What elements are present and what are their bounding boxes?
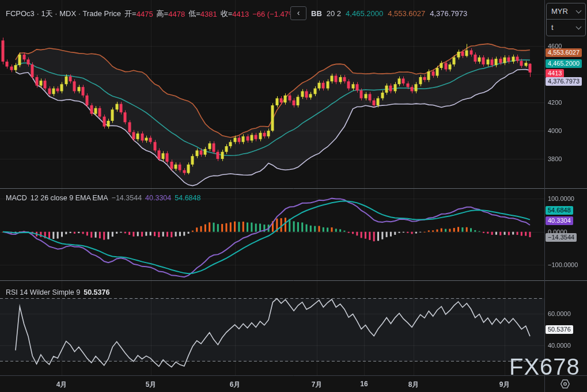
unit-select[interactable]: t bbox=[547, 19, 585, 35]
collapse-legend-button[interactable]: ‹ bbox=[290, 6, 306, 20]
rsi-legend[interactable]: RSI 14 Wilder Simple 9 50.5376 bbox=[6, 288, 109, 296]
high-value: 4478 bbox=[168, 10, 185, 18]
bb-basis-value: 4,465.2000 bbox=[346, 9, 383, 18]
bb-upper-axis-badge: 4,553.6027 bbox=[546, 48, 582, 57]
macd-params: 12 26 close 9 EMA EMA bbox=[31, 194, 108, 202]
time-tick-label: 8月 bbox=[408, 380, 419, 390]
time-tick-label: 9月 bbox=[499, 380, 510, 390]
open-value: 4475 bbox=[137, 10, 153, 18]
low-label: 低= bbox=[188, 9, 200, 19]
close-label: 收= bbox=[221, 9, 233, 19]
macd-line-axis-badge: 40.3304 bbox=[546, 216, 573, 225]
currency-select[interactable]: MYR bbox=[547, 3, 585, 19]
macd-title: MACD bbox=[6, 194, 27, 202]
axis-tick-label: 100.0000 bbox=[548, 195, 574, 202]
macd-signal-axis-badge: 54.6848 bbox=[546, 206, 573, 215]
axis-tick-label: 4000 bbox=[548, 127, 562, 134]
axis-unit-toolbar: MYR t bbox=[546, 3, 586, 36]
macd-signal-value: 54.6848 bbox=[175, 194, 200, 202]
bb-lower-value: 4,376.7973 bbox=[430, 9, 467, 18]
chevron-down-icon bbox=[576, 7, 582, 13]
macd-legend[interactable]: MACD 12 26 close 9 EMA EMA −14.3544 40.3… bbox=[6, 194, 200, 202]
bb-lower-axis-badge: 4,376.7973 bbox=[546, 77, 582, 86]
unit-label: t bbox=[551, 23, 554, 32]
axis-tick-label: 3800 bbox=[548, 155, 562, 162]
axis-tick-label: −100.0000 bbox=[548, 261, 578, 268]
watermark: FX678 bbox=[509, 354, 580, 380]
scale-settings-icon[interactable] bbox=[560, 379, 570, 391]
bb-legend[interactable]: ‹ BB 20 2 4,465.2000 4,553.6027 4,376.79… bbox=[290, 6, 467, 20]
time-tick-label: 16 bbox=[360, 380, 368, 388]
time-tick-label: 5月 bbox=[146, 380, 157, 390]
close-value: 4413 bbox=[232, 10, 249, 18]
axis-tick-label: 40.0000 bbox=[548, 342, 571, 349]
currency-label: MYR bbox=[551, 7, 568, 16]
rsi-title: RSI 14 Wilder Simple 9 bbox=[6, 288, 80, 296]
high-label: 高= bbox=[157, 9, 169, 19]
macd-hist-value: −14.3544 bbox=[112, 194, 142, 202]
time-tick-label: 6月 bbox=[230, 380, 241, 390]
rsi-value: 50.5376 bbox=[84, 288, 109, 296]
bb-title: BB bbox=[311, 9, 322, 18]
last-price-axis-badge: 4413 bbox=[546, 69, 564, 78]
symbol-title: FCPOc3 · 1天 · MDX · Trade Price bbox=[6, 9, 121, 19]
bb-basis-axis-badge: 4,465.2000 bbox=[546, 59, 582, 68]
axis-tick-label: 4200 bbox=[548, 99, 562, 106]
bb-upper-value: 4,553.6027 bbox=[388, 9, 425, 18]
bb-params: 20 2 bbox=[327, 9, 341, 18]
time-tick-label: 4月 bbox=[56, 380, 67, 390]
low-value: 4381 bbox=[200, 10, 217, 18]
macd-hist-axis-badge: −14.3544 bbox=[546, 233, 577, 242]
axis-tick-label: 60.0000 bbox=[548, 310, 571, 317]
open-label: 开= bbox=[124, 9, 137, 19]
symbol-legend[interactable]: FCPOc3 · 1天 · MDX · Trade Price 开=4475 高… bbox=[6, 9, 298, 19]
chevron-down-icon bbox=[576, 24, 582, 29]
macd-line-value: 40.3304 bbox=[145, 194, 171, 202]
rsi-axis-badge: 50.5376 bbox=[546, 325, 573, 334]
time-tick-label: 7月 bbox=[312, 380, 323, 390]
